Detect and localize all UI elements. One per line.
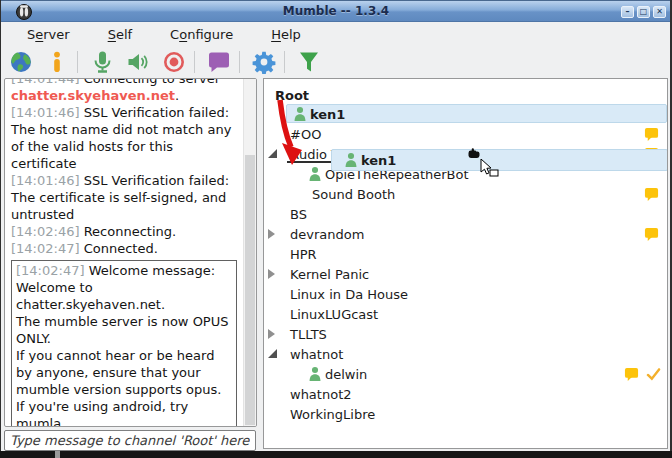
menu-help[interactable]: Help [258,25,314,44]
settings-gear-icon[interactable] [248,48,280,76]
menu-configure[interactable]: Configure [157,25,246,44]
tree-item-label: BS [290,207,307,222]
collapse-arrow-icon[interactable] [268,149,277,158]
tree-channel-tllts[interactable]: TLLTS [264,324,667,344]
tree-user-ken1[interactable]: ken1 [264,104,667,124]
drag-arrow-cursor-icon [480,159,500,180]
toolbar-separator [239,51,240,73]
tree-item-label: Root [275,88,309,103]
tree-item-label: Kernel Panic [290,267,369,282]
server-information-icon[interactable] [41,48,73,76]
title-bar[interactable]: Mumble -- 1.3.4 –□✕ [0,0,672,22]
tree-item-label: whatnot [290,347,343,362]
chat-log-panel: [14:01:44] Connecting to serverchatter.s… [4,78,257,427]
expand-arrow-icon[interactable] [268,229,275,239]
comment-bubble-icon [624,367,639,382]
comment-bubble-icon [644,187,659,202]
user-icon [308,366,322,382]
user-icon [293,106,307,122]
collapse-arrow-icon[interactable] [268,349,277,358]
tree-channel-linux-in-da-house[interactable]: Linux in Da House [264,284,667,304]
checkmark-icon [646,368,661,381]
chat-message: [14:01:44] Connecting to server [11,79,240,87]
tree-channel-whatnot2[interactable]: whatnot2 [264,384,667,404]
tree-item-label: HPR [290,247,317,262]
chat-log: [14:01:44] Connecting to serverchatter.s… [5,79,242,426]
tree-root[interactable]: Root [264,85,667,105]
comment-bubble-icon[interactable] [203,48,235,76]
chat-scrollbar[interactable] [243,79,256,426]
menu-self[interactable]: Self [95,25,145,44]
chat-scrollbar-thumb[interactable] [245,155,255,425]
tree-item-label: WorkingLibre [290,407,375,422]
drag-ghost-label: ken1 [361,153,396,168]
resize-notch [55,451,60,458]
tree-channel-devrandom[interactable]: devrandom [264,224,667,244]
user-icon [308,166,322,182]
tree-channel-sound-booth[interactable]: Sound Booth [264,184,667,204]
user-icon [344,152,358,168]
record-icon[interactable] [158,48,190,76]
maximize-button[interactable]: □ [637,6,650,18]
tree-channel-bs[interactable]: BS [264,204,667,224]
tree-channel-linuxlugcast[interactable]: LinuxLUGcast [264,304,667,324]
message-input[interactable] [4,430,256,451]
grabbing-hand-cursor-icon [467,147,481,162]
tree-item-label: delwin [325,367,367,382]
toolbar [1,45,670,78]
window-frame-left [0,0,1,458]
menu-bar: ServerSelfConfigureHelp [1,23,670,45]
filter-funnel-icon[interactable] [293,48,325,76]
tree-item-label: Sound Booth [312,187,395,202]
chat-message: [14:01:46] SSL Verification failed: The … [11,104,240,172]
close-button[interactable]: ✕ [653,6,666,18]
toolbar-separator [194,51,195,73]
drop-indicator [287,161,336,163]
mumble-window: Mumble -- 1.3.4 –□✕ ServerSelfConfigureH… [0,0,672,458]
chat-message: [14:01:46] SSL Verification failed: The … [11,172,240,223]
comment-bubble-icon [644,227,659,242]
mute-microphone-icon[interactable] [86,48,118,76]
minimize-button[interactable]: – [621,6,634,18]
tree-channel-oo[interactable]: #OO [264,124,667,144]
window-frame-bottom [0,451,672,458]
tree-item-label: devrandom [290,227,364,242]
tree-channel-hpr[interactable]: HPR [264,244,667,264]
expand-arrow-icon[interactable] [268,269,275,279]
tree-item-label: ken1 [310,107,345,122]
tree-item-label: LinuxLUGcast [290,307,378,322]
toolbar-separator [77,51,78,73]
deafen-speaker-icon[interactable] [122,48,154,76]
tree-channel-whatnot[interactable]: whatnot [264,344,667,364]
toolbar-separator [284,51,285,73]
tree-item-label: whatnot2 [290,387,352,402]
tree-channel-workinglibre[interactable]: WorkingLibre [264,404,667,424]
window-title: Mumble -- 1.3.4 [0,4,672,18]
tree-channel-kernel-panic[interactable]: Kernel Panic [264,264,667,284]
welcome-message-box: [14:02:47] Welcome message:Welcome to ch… [11,260,237,426]
tree-item-label: TLLTS [290,327,327,342]
window-controls: –□✕ [621,6,666,18]
tree-user-delwin[interactable]: delwin [264,364,667,384]
chat-message: chatter.skyehaven.net. [11,87,240,104]
channel-tree-panel: Rootken1#OOAudio TOpieTheRepeatherBotSou… [263,78,668,449]
menu-server[interactable]: Server [14,25,83,44]
chat-message: [14:02:47] Connected. [11,240,240,257]
tree-item-label: Linux in Da House [290,287,408,302]
tree-item-label: #OO [290,127,321,142]
chat-message: [14:02:46] Reconnecting. [11,223,240,240]
comment-bubble-icon [644,127,659,142]
connect-server-globe-icon[interactable] [5,48,37,76]
expand-arrow-icon[interactable] [268,329,275,339]
